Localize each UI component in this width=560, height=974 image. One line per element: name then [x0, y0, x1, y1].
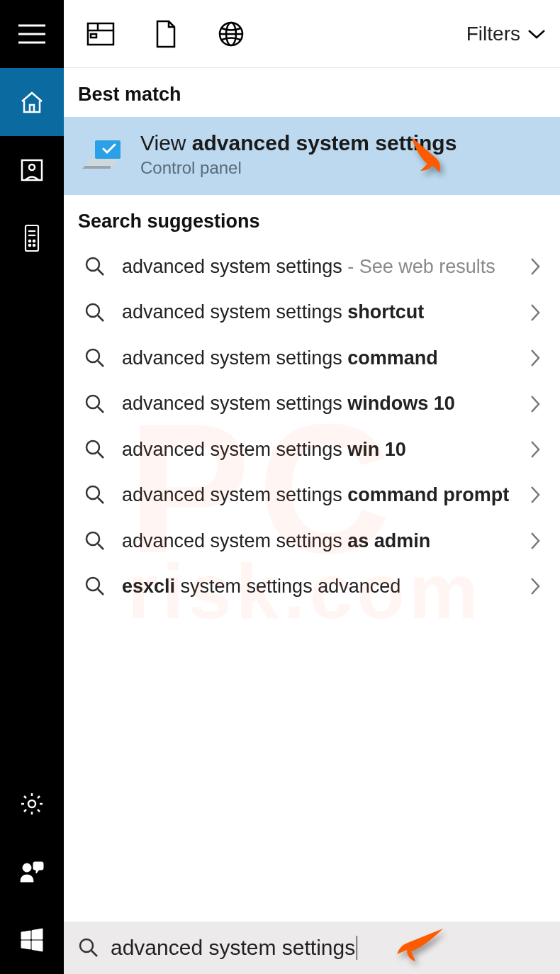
suggestion-text: advanced system settings windows 10	[122, 391, 512, 416]
best-match-subtitle: Control panel	[140, 158, 457, 178]
apps-icon	[86, 22, 115, 46]
svg-point-13	[23, 863, 31, 872]
suggestion-item[interactable]: advanced system settings windows 10	[64, 381, 560, 426]
svg-point-31	[86, 441, 99, 454]
windows-icon	[20, 928, 44, 952]
search-icon	[81, 256, 109, 277]
suggestion-text: advanced system settings win 10	[122, 437, 512, 462]
svg-rect-22	[95, 140, 121, 159]
svg-point-29	[86, 396, 99, 408]
svg-line-36	[98, 544, 103, 549]
svg-point-35	[86, 532, 99, 545]
suggestion-text: advanced system settings command	[122, 345, 512, 371]
svg-point-23	[86, 258, 99, 271]
left-rail	[0, 0, 64, 974]
svg-point-11	[33, 245, 35, 246]
home-icon	[19, 90, 45, 114]
chevron-right-icon	[525, 302, 546, 323]
svg-rect-18	[91, 34, 96, 38]
remote-tab[interactable]	[0, 204, 64, 272]
svg-point-4	[29, 164, 35, 170]
best-match-title: View advanced system settings	[140, 131, 457, 155]
chevron-right-icon	[525, 256, 546, 277]
suggestion-item[interactable]: advanced system settings win 10	[64, 427, 560, 472]
filters-label: Filters	[466, 23, 520, 45]
best-match-text: View advanced system settings Control pa…	[140, 131, 457, 178]
home-tab[interactable]	[0, 68, 64, 136]
svg-line-24	[98, 269, 103, 275]
svg-point-25	[86, 304, 99, 317]
svg-line-32	[98, 452, 103, 458]
document-icon	[155, 20, 177, 48]
remote-icon	[23, 224, 40, 252]
search-topbar: Filters	[64, 0, 560, 68]
svg-point-8	[29, 240, 30, 242]
chevron-right-icon	[525, 347, 546, 369]
suggestion-item[interactable]: advanced system settings command	[64, 335, 560, 381]
svg-point-39	[80, 939, 93, 952]
chevron-right-icon	[525, 530, 546, 552]
filters-dropdown[interactable]: Filters	[466, 23, 546, 45]
svg-point-37	[86, 578, 99, 590]
search-icon	[81, 393, 109, 415]
svg-rect-5	[26, 225, 38, 251]
suggestion-item[interactable]: esxcli system settings advanced	[64, 564, 560, 609]
suggestion-item[interactable]: advanced system settings - See web resul…	[64, 244, 560, 289]
chevron-down-icon	[527, 28, 546, 40]
search-icon	[81, 347, 109, 369]
chevron-right-icon	[525, 576, 546, 597]
chevron-right-icon	[525, 439, 546, 460]
best-match-result[interactable]: View advanced system settings Control pa…	[64, 117, 560, 195]
svg-point-9	[33, 240, 35, 242]
search-icon	[81, 439, 109, 460]
best-match-title-bold: advanced system settings	[192, 131, 457, 155]
search-icon	[78, 937, 99, 958]
svg-line-26	[98, 315, 103, 321]
person-chat-icon	[19, 861, 45, 883]
suggestion-text: advanced system settings - See web resul…	[122, 254, 512, 279]
system-icon	[78, 133, 128, 176]
suggestion-item[interactable]: advanced system settings as admin	[64, 518, 560, 564]
photo-icon	[20, 158, 44, 182]
best-match-label: Best match	[64, 68, 560, 117]
svg-point-12	[28, 800, 35, 807]
feedback-button[interactable]	[0, 838, 64, 906]
search-icon	[81, 484, 109, 505]
suggestion-text: advanced system settings command prompt	[122, 482, 512, 508]
search-icon	[81, 530, 109, 552]
svg-point-27	[86, 349, 99, 362]
chevron-right-icon	[525, 484, 546, 505]
hamburger-icon	[18, 23, 45, 45]
search-pane: Filters Best match View advanced system …	[64, 0, 560, 974]
best-match-title-light: View	[140, 131, 192, 155]
svg-point-10	[29, 245, 30, 246]
start-button[interactable]	[0, 906, 64, 974]
search-icon	[81, 302, 109, 323]
svg-point-33	[86, 486, 99, 499]
chevron-right-icon	[525, 393, 546, 415]
search-query-text: advanced system settings	[111, 936, 355, 960]
suggestions-label: Search suggestions	[64, 195, 560, 244]
svg-line-38	[98, 589, 103, 595]
suggestion-text: advanced system settings shortcut	[122, 299, 512, 325]
svg-line-30	[98, 407, 103, 413]
suggestion-item[interactable]: advanced system settings shortcut	[64, 289, 560, 335]
globe-icon	[218, 21, 245, 47]
text-caret	[357, 936, 357, 960]
search-query: advanced system settings	[111, 936, 357, 960]
search-icon	[81, 576, 109, 597]
suggestion-item[interactable]: advanced system settings command prompt	[64, 472, 560, 517]
search-bar[interactable]: advanced system settings	[64, 922, 560, 974]
suggestion-text: esxcli system settings advanced	[122, 573, 512, 599]
settings-button[interactable]	[0, 770, 64, 838]
gear-icon	[19, 791, 45, 817]
annotation-arrow-icon	[390, 922, 447, 965]
filter-web-button[interactable]	[208, 11, 254, 57]
filter-apps-button[interactable]	[78, 11, 123, 57]
svg-line-40	[91, 951, 97, 956]
hamburger-menu-button[interactable]	[0, 0, 64, 68]
suggestions-list: advanced system settings - See web resul…	[64, 244, 560, 610]
svg-line-34	[98, 498, 103, 503]
filter-documents-button[interactable]	[143, 11, 189, 57]
photos-tab[interactable]	[0, 136, 64, 204]
